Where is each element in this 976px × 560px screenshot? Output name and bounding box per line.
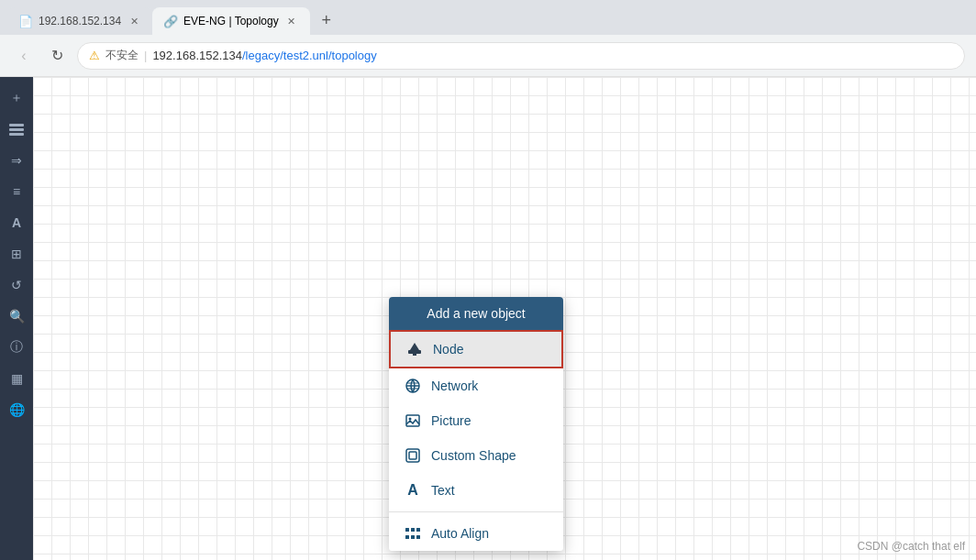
- auto-align-icon: [404, 525, 422, 542]
- sidebar-list[interactable]: ≡: [3, 178, 30, 205]
- security-label: 不安全: [105, 48, 139, 63]
- sidebar-refresh[interactable]: ↺: [3, 271, 30, 299]
- svg-rect-12: [406, 449, 419, 462]
- sidebar: ＋ ⇒ ≡ A ⊞ ↺ 🔍 ⓘ ▦ 🌐: [0, 77, 33, 560]
- tab-favicon-active: 🔗: [163, 15, 178, 28]
- svg-rect-13: [409, 452, 416, 459]
- svg-rect-14: [405, 528, 409, 532]
- back-button[interactable]: ‹: [11, 43, 37, 69]
- menu-item-node[interactable]: Node: [389, 330, 563, 368]
- svg-marker-4: [410, 343, 419, 350]
- sidebar-arrow[interactable]: ⇒: [3, 147, 30, 174]
- sidebar-globe[interactable]: 🌐: [3, 396, 30, 423]
- menu-item-network[interactable]: Network: [389, 368, 563, 403]
- text-icon: A: [404, 482, 422, 499]
- menu-item-node-label: Node: [433, 342, 463, 357]
- sidebar-zoom[interactable]: 🔍: [3, 302, 30, 330]
- svg-rect-1: [9, 128, 24, 131]
- tab-close-inactive[interactable]: ✕: [127, 14, 141, 28]
- new-tab-button[interactable]: +: [314, 7, 339, 33]
- browser-frame: 📄 192.168.152.134 ✕ 🔗 EVE-NG | Topology …: [0, 0, 976, 560]
- custom-shape-icon: [404, 447, 422, 464]
- svg-rect-19: [416, 535, 420, 539]
- menu-item-text[interactable]: A Text: [389, 473, 563, 508]
- url-bar[interactable]: ⚠ 不安全 | 192.168.152.134/legacy/test2.unl…: [77, 42, 965, 70]
- svg-rect-5: [413, 354, 416, 356]
- picture-icon: [404, 412, 422, 429]
- tab-bar: 📄 192.168.152.134 ✕ 🔗 EVE-NG | Topology …: [0, 0, 976, 35]
- tab-close-active[interactable]: ✕: [284, 14, 299, 28]
- tab-inactive[interactable]: 📄 192.168.152.134 ✕: [7, 7, 152, 35]
- url-text: 192.168.152.134/legacy/test2.unl/topolog…: [152, 49, 376, 62]
- sidebar-add[interactable]: ＋: [3, 84, 30, 112]
- url-origin: 192.168.152.134: [152, 49, 242, 62]
- tab-title-inactive: 192.168.152.134: [39, 15, 121, 27]
- menu-item-picture[interactable]: Picture: [389, 403, 563, 438]
- canvas-area[interactable]: Add a new object Node: [33, 77, 976, 560]
- menu-item-auto-align-label: Auto Align: [431, 526, 489, 541]
- node-icon: [405, 341, 424, 357]
- svg-rect-17: [405, 535, 409, 539]
- menu-item-custom-shape-label: Custom Shape: [431, 448, 516, 463]
- url-separator: |: [144, 49, 147, 62]
- tab-favicon-inactive: 📄: [18, 15, 33, 28]
- svg-rect-15: [411, 528, 415, 532]
- svg-rect-2: [9, 133, 24, 136]
- address-bar: ‹ ↻ ⚠ 不安全 | 192.168.152.134/legacy/test2…: [0, 35, 976, 77]
- add-object-dropdown: Add a new object Node: [389, 297, 563, 551]
- svg-rect-16: [416, 528, 420, 532]
- menu-item-picture-label: Picture: [431, 413, 471, 428]
- url-path: /legacy/test2.unl/topology: [242, 49, 377, 62]
- sidebar-table[interactable]: ▦: [3, 365, 30, 392]
- menu-item-text-label: Text: [431, 483, 455, 498]
- tab-title-active: EVE-NG | Topology: [183, 15, 279, 27]
- sidebar-layer[interactable]: [3, 115, 30, 143]
- svg-rect-10: [406, 415, 419, 426]
- network-icon: [404, 378, 422, 394]
- menu-item-auto-align[interactable]: Auto Align: [389, 516, 563, 551]
- menu-item-network-label: Network: [431, 379, 478, 393]
- tab-active[interactable]: 🔗 EVE-NG | Topology ✕: [152, 7, 310, 35]
- svg-rect-3: [408, 350, 421, 354]
- menu-divider: [389, 511, 563, 512]
- watermark: CSDN @catch that elf: [857, 540, 965, 553]
- sidebar-info[interactable]: ⓘ: [3, 334, 30, 361]
- svg-rect-18: [411, 535, 415, 539]
- menu-item-custom-shape[interactable]: Custom Shape: [389, 438, 563, 473]
- security-icon: ⚠: [89, 49, 100, 62]
- refresh-button[interactable]: ↻: [44, 43, 70, 69]
- main-content: ＋ ⇒ ≡ A ⊞ ↺ 🔍 ⓘ ▦ 🌐 Add a new object: [0, 77, 976, 560]
- svg-rect-0: [9, 124, 24, 126]
- dropdown-header: Add a new object: [389, 297, 563, 330]
- sidebar-grid[interactable]: ⊞: [3, 240, 30, 268]
- sidebar-text[interactable]: A: [3, 209, 30, 236]
